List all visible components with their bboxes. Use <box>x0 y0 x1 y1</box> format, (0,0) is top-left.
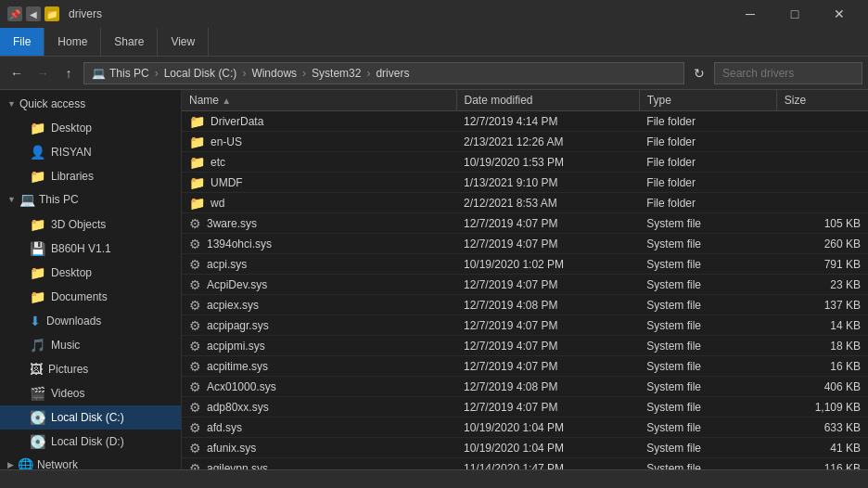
forward-button[interactable]: → <box>32 62 54 84</box>
file-size: 1,109 KB <box>776 397 868 417</box>
file-date: 12/7/2019 4:08 PM <box>456 295 639 315</box>
sidebar-item-music[interactable]: 🎵 Music <box>0 333 181 357</box>
file-name: adp80xx.sys <box>207 401 269 414</box>
file-name-cell: ⚙ agilevpn.sys <box>182 458 456 470</box>
col-header-name[interactable]: Name ▲ <box>182 90 456 111</box>
file-date: 12/7/2019 4:07 PM <box>456 234 639 254</box>
folder-icon: 📁 <box>189 135 205 149</box>
sidebar-item-desktop[interactable]: 📁 Desktop <box>0 116 181 140</box>
sidebar: ▼ Quick access 📁 Desktop 👤 RISYAN 📁 Libr… <box>0 90 182 469</box>
sidebar-section-network: ▶ 🌐 Network <box>0 454 181 469</box>
search-input[interactable] <box>714 62 862 84</box>
file-size: 18 KB <box>776 336 868 356</box>
file-date: 12/7/2019 4:14 PM <box>456 111 639 132</box>
sidebar-item-videos[interactable]: 🎬 Videos <box>0 381 181 405</box>
table-row[interactable]: 📁 en-US 2/13/2021 12:26 AM File folder <box>182 132 868 152</box>
sidebar-item-downloads-label: Downloads <box>46 315 101 327</box>
table-row[interactable]: ⚙ acpitime.sys 12/7/2019 4:07 PM System … <box>182 356 868 377</box>
path-windows[interactable]: Windows <box>251 67 297 80</box>
sidebar-item-b860h[interactable]: 💾 B860H V1.1 <box>0 237 181 261</box>
table-row[interactable]: 📁 wd 2/12/2021 8:53 AM File folder <box>182 193 868 213</box>
file-name: acpipagr.sys <box>207 319 269 332</box>
table-row[interactable]: ⚙ AcpiDev.sys 12/7/2019 4:07 PM System f… <box>182 275 868 295</box>
tab-view[interactable]: View <box>158 28 209 56</box>
col-header-date[interactable]: Date modified <box>456 90 639 111</box>
file-size <box>776 152 868 173</box>
table-row[interactable]: ⚙ afd.sys 10/19/2020 1:04 PM System file… <box>182 417 868 438</box>
table-row[interactable]: ⚙ 1394ohci.sys 12/7/2019 4:07 PM System … <box>182 234 868 254</box>
sidebar-item-risyan[interactable]: 👤 RISYAN <box>0 140 181 164</box>
table-row[interactable]: ⚙ 3ware.sys 12/7/2019 4:07 PM System fil… <box>182 213 868 234</box>
system-file-icon: ⚙ <box>189 318 201 333</box>
folder-blue-icon: 📁 <box>30 169 45 184</box>
file-name-cell: ⚙ acpiex.sys <box>182 295 456 315</box>
path-this-pc[interactable]: This PC <box>109 67 149 80</box>
sidebar-item-3d-objects[interactable]: 📁 3D Objects <box>0 212 181 237</box>
sidebar-header-network[interactable]: ▶ 🌐 Network <box>0 454 181 469</box>
table-row[interactable]: ⚙ agilevpn.sys 11/14/2020 1:47 PM System… <box>182 458 868 470</box>
up-button[interactable]: ↑ <box>57 62 80 84</box>
col-header-size[interactable]: Size <box>776 90 868 111</box>
file-name-cell: ⚙ afd.sys <box>182 417 456 438</box>
sidebar-item-local-disk-d[interactable]: 💽 Local Disk (D:) <box>0 430 181 454</box>
table-row[interactable]: ⚙ acpiex.sys 12/7/2019 4:08 PM System fi… <box>182 295 868 315</box>
file-date: 11/14/2020 1:47 PM <box>456 458 639 470</box>
folder-icon: 📁 <box>189 175 205 190</box>
status-bar <box>0 469 868 488</box>
system-file-icon: ⚙ <box>189 257 201 272</box>
table-row[interactable]: ⚙ adp80xx.sys 12/7/2019 4:07 PM System f… <box>182 397 868 417</box>
minimize-button[interactable]: ─ <box>729 0 772 28</box>
maximize-button[interactable]: □ <box>773 0 816 28</box>
file-name: acpiex.sys <box>207 299 259 312</box>
sidebar-header-this-pc[interactable]: ▼ 💻 This PC <box>0 188 181 211</box>
sidebar-item-3d-objects-label: 3D Objects <box>51 218 106 231</box>
table-row[interactable]: ⚙ acpi.sys 10/19/2020 1:02 PM System fil… <box>182 254 868 275</box>
table-row[interactable]: 📁 DriverData 12/7/2019 4:14 PM File fold… <box>182 111 868 132</box>
folder-icon: 📁 <box>30 121 45 135</box>
tab-share[interactable]: Share <box>101 28 158 56</box>
table-row[interactable]: ⚙ afunix.sys 10/19/2020 1:04 PM System f… <box>182 438 868 458</box>
file-name-cell: ⚙ 3ware.sys <box>182 213 456 234</box>
table-row[interactable]: ⚙ acpipagr.sys 12/7/2019 4:07 PM System … <box>182 315 868 336</box>
path-system32[interactable]: System32 <box>312 67 361 80</box>
folder-docs-icon: 📁 <box>30 289 45 304</box>
table-row[interactable]: ⚙ acpipmi.sys 12/7/2019 4:07 PM System f… <box>182 336 868 356</box>
col-header-type[interactable]: Type <box>639 90 776 111</box>
file-name: acpipmi.sys <box>207 340 265 353</box>
sidebar-item-documents[interactable]: 📁 Documents <box>0 285 181 309</box>
path-local-disk[interactable]: Local Disk (C:) <box>164 67 237 80</box>
system-file-icon: ⚙ <box>189 461 201 470</box>
file-date: 10/19/2020 1:04 PM <box>456 417 639 438</box>
folder-icon: 📁 <box>189 114 205 129</box>
sidebar-item-documents-label: Documents <box>51 290 108 303</box>
back-button[interactable]: ← <box>6 62 28 84</box>
pc-icon: 💻 <box>19 192 35 207</box>
path-drivers[interactable]: drivers <box>376 67 409 80</box>
sidebar-item-pictures[interactable]: 🖼 Pictures <box>0 357 181 381</box>
file-date: 12/7/2019 4:08 PM <box>456 377 639 397</box>
table-row[interactable]: 📁 etc 10/19/2020 1:53 PM File folder <box>182 152 868 173</box>
file-size: 16 KB <box>776 356 868 377</box>
address-path[interactable]: 💻 This PC › Local Disk (C:) › Windows › … <box>83 62 684 84</box>
sidebar-item-desktop2[interactable]: 📁 Desktop <box>0 261 181 285</box>
folder-desktop2-icon: 📁 <box>30 265 45 280</box>
folder-icon: 📁 <box>45 6 59 21</box>
file-type: File folder <box>639 173 776 193</box>
sidebar-item-downloads[interactable]: ⬇ Downloads <box>0 309 181 333</box>
file-size: 41 KB <box>776 438 868 458</box>
table-row[interactable]: ⚙ Acx01000.sys 12/7/2019 4:08 PM System … <box>182 377 868 397</box>
file-type: File folder <box>639 193 776 213</box>
file-type: System file <box>639 213 776 234</box>
sidebar-header-quick-access[interactable]: ▼ Quick access <box>0 94 181 114</box>
sidebar-item-libraries[interactable]: 📁 Libraries <box>0 164 181 188</box>
table-row[interactable]: 📁 UMDF 1/13/2021 9:10 PM File folder <box>182 173 868 193</box>
file-name: en-US <box>211 135 242 148</box>
tab-home[interactable]: Home <box>45 28 101 56</box>
close-button[interactable]: ✕ <box>818 0 861 28</box>
folder-icon: 📁 <box>189 155 205 170</box>
file-type: System file <box>639 356 776 377</box>
sidebar-item-local-disk-c[interactable]: 💽 Local Disk (C:) <box>0 405 181 430</box>
refresh-button[interactable]: ↻ <box>688 62 710 84</box>
drive-b860-icon: 💾 <box>30 241 45 256</box>
tab-file[interactable]: File <box>0 28 45 56</box>
